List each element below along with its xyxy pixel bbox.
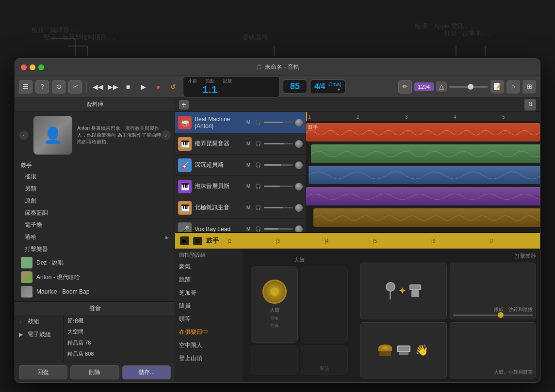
preset-item-airborne[interactable]: 空中飛人 xyxy=(175,339,243,352)
track-knob-6[interactable] xyxy=(295,225,303,233)
apple-loops-button[interactable]: ⊞ xyxy=(522,80,536,94)
preset-item-mountaintop[interactable]: 登上山頂 xyxy=(175,352,243,365)
smart-controls-button[interactable]: ⊙ xyxy=(52,80,65,94)
library-button[interactable]: ☰ xyxy=(19,80,33,94)
percussion-pad-4[interactable]: 大鼓、小鼓和鼓掌 xyxy=(450,322,537,379)
track-mute-4[interactable]: M xyxy=(245,183,252,190)
mode-button[interactable]: 1234 xyxy=(414,82,434,91)
category-item-rnb[interactable]: 節奏藍調 xyxy=(15,207,175,219)
lower-mode-button[interactable]: ⊞ xyxy=(193,237,202,245)
region-4[interactable] xyxy=(306,187,540,205)
sounds-drum-kit[interactable]: ↓ 鼓組 xyxy=(15,315,63,328)
empty-pad-3[interactable]: 和弦 xyxy=(301,345,348,375)
track-volume-2[interactable] xyxy=(264,143,293,144)
save-button[interactable]: 儲存... xyxy=(122,365,171,379)
note-button[interactable]: 📝 xyxy=(490,80,504,94)
sub-item-dez[interactable]: Dez - 說唱 xyxy=(15,255,175,270)
add-track-button[interactable]: + xyxy=(179,100,189,110)
volume-thumb[interactable] xyxy=(468,84,473,90)
sub-item-anton[interactable]: Anton - 現代嘻哈 xyxy=(15,270,175,284)
category-item-percussion[interactable]: 打擊樂器 xyxy=(15,243,175,255)
track-row-3[interactable]: 🎸 深沉超貝斯 M 🎧 xyxy=(175,155,306,176)
track-row-2[interactable]: 🎹 撥弄琵琶音器 M 🎧 xyxy=(175,133,306,155)
percussion-pad-2[interactable]: 鈸鼓、沙鈴和踏鈸 xyxy=(450,263,537,319)
percussion-pad-1[interactable]: ✦ xyxy=(360,263,447,319)
delete-button[interactable]: 刪除 xyxy=(70,365,119,379)
fullscreen-button[interactable] xyxy=(38,64,44,70)
track-headphone-6[interactable]: 🎧 xyxy=(254,225,262,233)
artist-prev-button[interactable]: ‹ xyxy=(19,130,29,140)
track-mute-6[interactable]: M xyxy=(245,225,252,233)
tune-button[interactable]: △ xyxy=(436,81,447,92)
sounds-electronic-drums[interactable]: ▶ 電子鼓組 xyxy=(15,328,63,341)
preset-item-first-class[interactable]: 頭等 xyxy=(175,313,243,326)
preset-item-chicago[interactable]: 芝加哥 xyxy=(175,286,243,299)
track-mute-1[interactable]: M xyxy=(245,119,252,126)
percussion-pad-3[interactable]: 👋 xyxy=(360,322,447,379)
track-headphone-5[interactable]: 🎧 xyxy=(254,204,262,212)
master-volume[interactable] xyxy=(449,86,488,88)
artist-next-button[interactable]: › xyxy=(161,130,171,140)
preset-item-club[interactable]: 在俱樂部中 xyxy=(175,326,243,339)
category-item-original[interactable]: 原創 xyxy=(15,195,175,207)
kick-pad[interactable]: 大鼓 節奏 前奏 xyxy=(251,267,298,343)
editor-button[interactable]: ✏ xyxy=(398,80,412,94)
preset-item-entourage[interactable]: 隨員 xyxy=(175,299,243,313)
preset-beat-machine[interactable]: 節拍機 xyxy=(64,315,175,326)
play-button[interactable]: ▶ xyxy=(136,80,150,94)
track-knob-5[interactable] xyxy=(295,204,303,212)
preset-item-hoaki[interactable]: 豪氣 xyxy=(175,260,243,273)
region-2[interactable] xyxy=(311,144,540,163)
cycle-button[interactable]: ↺ xyxy=(166,80,180,94)
volume-slider[interactable] xyxy=(449,86,488,88)
lower-play-button[interactable]: ▶ xyxy=(180,236,189,245)
track-knob-3[interactable] xyxy=(295,161,303,169)
track-mute-5[interactable]: M xyxy=(245,204,252,212)
cymbal-slider-thumb[interactable] xyxy=(498,312,504,318)
region-3[interactable] xyxy=(309,166,540,184)
track-volume-1[interactable] xyxy=(264,122,293,123)
category-item-other[interactable]: 另類 xyxy=(15,183,175,195)
region-5[interactable] xyxy=(313,208,540,227)
track-knob-2[interactable] xyxy=(295,140,303,148)
track-row-6[interactable]: 🎤 Vox Bay Lead M 🎧 xyxy=(175,219,306,232)
track-headphone-1[interactable]: 🎧 xyxy=(254,119,262,126)
track-volume-4[interactable] xyxy=(264,186,293,187)
record-button[interactable]: ● xyxy=(151,80,165,94)
track-volume-5[interactable] xyxy=(264,207,293,208)
category-item-rock[interactable]: 搖滾 xyxy=(15,171,175,183)
empty-pad-1[interactable] xyxy=(301,267,348,343)
track-row-4[interactable]: 🎹 泡沫音層貝斯 M 🎧 xyxy=(175,176,306,197)
tempo-display[interactable]: 85 xyxy=(283,79,307,94)
track-knob-4[interactable] xyxy=(295,183,303,190)
back-button[interactable]: 回復 xyxy=(19,365,67,379)
loop-button[interactable]: ○ xyxy=(506,80,520,94)
preset-large-room[interactable]: 大空間 xyxy=(64,326,175,337)
help-button[interactable]: ? xyxy=(35,80,49,94)
close-button[interactable] xyxy=(21,64,27,70)
category-item-hiphop[interactable]: 嘻哈 xyxy=(15,231,175,243)
position-display[interactable]: 小節 拍點 記號 1.1 xyxy=(183,76,280,97)
track-headphone-4[interactable]: 🎧 xyxy=(254,183,262,190)
category-item-electronic[interactable]: 電子樂 xyxy=(15,219,175,231)
track-row-5[interactable]: 🎹 北極雜訊主音 M 🎧 xyxy=(175,197,306,219)
preset-boutique-78[interactable]: 精品店 78 xyxy=(64,337,175,348)
preset-item-jump[interactable]: 跳躍 xyxy=(175,273,243,286)
track-headphone-3[interactable]: 🎧 xyxy=(254,161,262,169)
timesig-display[interactable]: 4/4 Cmaj ▼ xyxy=(310,79,345,94)
region-1[interactable]: 鼓手 xyxy=(306,123,540,141)
fast-forward-button[interactable]: ▶▶ xyxy=(106,80,120,94)
track-headphone-2[interactable]: 🎧 xyxy=(254,140,262,148)
preset-boutique-808[interactable]: 精品店 808 xyxy=(64,348,175,360)
stop-button[interactable]: ■ xyxy=(121,80,135,94)
track-row-1[interactable]: 🥁 Beat Machine (Anton) M 🎧 xyxy=(175,112,306,133)
rewind-button[interactable]: ◀◀ xyxy=(91,80,105,94)
track-mute-2[interactable]: M xyxy=(245,140,252,148)
track-volume-3[interactable] xyxy=(264,164,293,166)
scissors-button[interactable]: ✂ xyxy=(68,80,82,94)
track-volume-6[interactable] xyxy=(264,228,293,230)
cymbal-slider[interactable] xyxy=(453,314,533,316)
track-mute-3[interactable]: M xyxy=(245,161,252,169)
sort-button[interactable]: ⇅ xyxy=(524,99,536,110)
minimize-button[interactable] xyxy=(30,64,35,70)
